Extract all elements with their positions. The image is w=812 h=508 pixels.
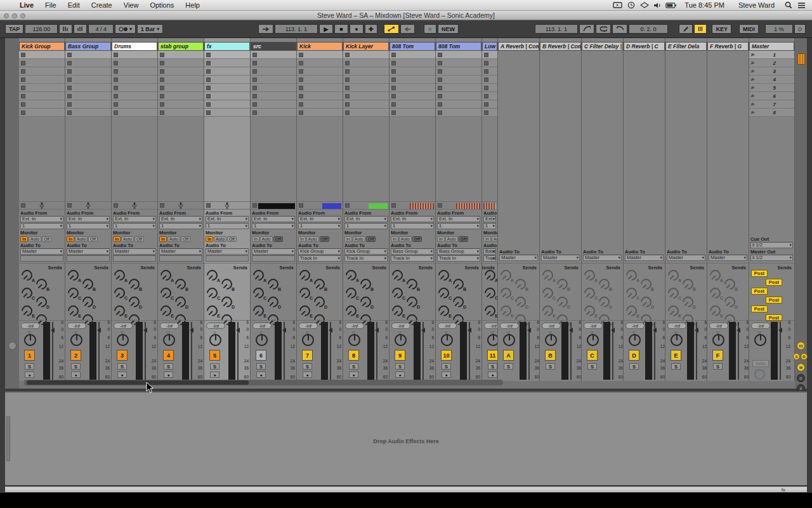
- monitor-auto-button[interactable]: Auto: [260, 236, 273, 242]
- pan-knob[interactable]: [629, 334, 641, 346]
- clip-slot[interactable]: [112, 59, 157, 67]
- volume-value[interactable]: -Inf: [584, 323, 603, 329]
- send-knob-b[interactable]: B: [129, 279, 140, 290]
- clip-stop-button[interactable]: [345, 69, 350, 74]
- clip-slot[interactable]: [251, 92, 296, 100]
- clip-stop-button[interactable]: [206, 110, 211, 115]
- send-knob-a[interactable]: A: [501, 270, 511, 281]
- volume-value[interactable]: -Inf: [751, 323, 770, 329]
- send-knob-a[interactable]: A: [438, 270, 449, 281]
- arrangement-stop-button[interactable]: [391, 203, 396, 208]
- send-knob-c[interactable]: C: [299, 288, 310, 298]
- clip-stop-button[interactable]: [345, 61, 350, 65]
- clip-slot[interactable]: [390, 109, 435, 117]
- send-knob-a[interactable]: A: [392, 270, 403, 281]
- clip-slot[interactable]: [436, 67, 481, 76]
- close-window-button[interactable]: [4, 13, 9, 18]
- volume-value[interactable]: -Inf: [21, 323, 40, 329]
- clip-slot[interactable]: [251, 67, 296, 76]
- output-type-chooser[interactable]: Master: [20, 248, 63, 255]
- clip-slot[interactable]: [65, 92, 111, 100]
- scene-slot[interactable]: ▶7: [749, 100, 794, 109]
- clip-slot[interactable]: [158, 92, 204, 100]
- loop-start-field[interactable]: 113. 1. 1: [535, 24, 578, 34]
- solo-button[interactable]: S: [256, 363, 266, 370]
- arm-button[interactable]: ●: [395, 371, 405, 378]
- clip-slot[interactable]: [158, 84, 204, 92]
- send-knob-b[interactable]: B: [557, 279, 568, 290]
- track-activator-button[interactable]: 5: [209, 350, 220, 361]
- send-knob-c[interactable]: C: [346, 288, 357, 298]
- volume-value[interactable]: -Inf: [391, 323, 410, 329]
- arrangement-stop-button[interactable]: [438, 203, 442, 208]
- pan-knob[interactable]: [503, 334, 515, 346]
- menu-file[interactable]: File: [39, 0, 62, 11]
- clip-slot[interactable]: [19, 92, 65, 100]
- input-type-chooser[interactable]: Ext. In: [483, 216, 496, 222]
- solo-button[interactable]: S: [71, 363, 81, 370]
- clip-slot[interactable]: [343, 59, 389, 67]
- clip-slot[interactable]: [436, 92, 481, 100]
- send-knob-a[interactable]: A: [485, 270, 495, 281]
- clip-stop-button[interactable]: [206, 77, 211, 82]
- solo-button[interactable]: S: [504, 363, 513, 370]
- send-knob-c[interactable]: C: [253, 288, 264, 298]
- send-prepost-toggle[interactable]: Post: [751, 288, 768, 295]
- clip-stop-button[interactable]: [114, 102, 118, 107]
- send-knob-e[interactable]: E: [626, 305, 637, 316]
- clip-slot[interactable]: [482, 51, 497, 59]
- send-knob-b[interactable]: B: [314, 279, 325, 290]
- output-type-chooser[interactable]: Master: [206, 248, 249, 255]
- time-signature-field[interactable]: 4 / 4: [88, 24, 114, 34]
- clip-slot[interactable]: [204, 84, 250, 92]
- clip-stop-button[interactable]: [438, 102, 442, 107]
- clip-slot[interactable]: [112, 76, 157, 84]
- track-activator-button[interactable]: 4: [163, 350, 174, 361]
- output-channel-chooser[interactable]: Track In: [344, 255, 388, 262]
- menubar-user[interactable]: Steve Ward: [733, 0, 780, 11]
- punch-out-button[interactable]: [612, 24, 627, 34]
- track-name[interactable]: src: [251, 42, 296, 51]
- scene-slot[interactable]: ▶6: [749, 92, 794, 100]
- clip-stop-button[interactable]: [67, 110, 72, 115]
- scene-slot[interactable]: ▶5: [749, 84, 794, 92]
- pan-knob[interactable]: [395, 334, 407, 346]
- send-knob-e[interactable]: E: [584, 305, 595, 316]
- monitor-in-button[interactable]: In: [67, 236, 74, 242]
- clip-stop-button[interactable]: [114, 110, 118, 115]
- pan-knob[interactable]: [163, 334, 175, 346]
- pan-knob[interactable]: [209, 334, 221, 346]
- menu-create[interactable]: Create: [86, 0, 118, 11]
- send-knob-b[interactable]: B: [82, 279, 93, 290]
- time-machine-icon[interactable]: [625, 0, 636, 11]
- clip-stop-button[interactable]: [299, 94, 303, 98]
- monitor-auto-button[interactable]: Auto: [306, 236, 319, 242]
- clip-stop-button[interactable]: [160, 53, 164, 57]
- volume-icon[interactable]: [652, 0, 663, 11]
- volume-value[interactable]: -Inf: [438, 323, 457, 329]
- send-knob-b[interactable]: B: [268, 279, 278, 290]
- send-knob-e[interactable]: E: [253, 305, 264, 316]
- clip-stop-button[interactable]: [299, 110, 303, 115]
- input-type-chooser[interactable]: Ext. In: [20, 216, 63, 222]
- arrangement-stop-button[interactable]: [345, 203, 350, 208]
- clip-stop-button[interactable]: [21, 110, 25, 115]
- clip-stop-button[interactable]: [345, 77, 350, 82]
- send-knob-e[interactable]: E: [438, 305, 449, 316]
- output-type-chooser[interactable]: Bass Group: [483, 248, 496, 255]
- clip-stop-button[interactable]: [391, 102, 396, 107]
- send-knob-b[interactable]: B: [599, 279, 610, 290]
- clip-slot[interactable]: [390, 100, 435, 109]
- play-button[interactable]: ▶: [319, 24, 333, 34]
- send-knob-b[interactable]: B: [407, 279, 417, 290]
- solo-button[interactable]: S: [442, 363, 451, 370]
- clip-slot[interactable]: [158, 76, 204, 84]
- menu-options[interactable]: Options: [144, 0, 180, 11]
- horizontal-scrollbar-thumb[interactable]: [27, 380, 249, 385]
- send-knob-e[interactable]: E: [68, 305, 79, 316]
- monitor-auto-button[interactable]: Auto: [214, 236, 226, 242]
- clip-slot[interactable]: [19, 100, 65, 109]
- monitor-in-button[interactable]: In: [206, 236, 213, 242]
- clip-stop-button[interactable]: [160, 69, 164, 74]
- clip-stop-button[interactable]: [299, 69, 303, 74]
